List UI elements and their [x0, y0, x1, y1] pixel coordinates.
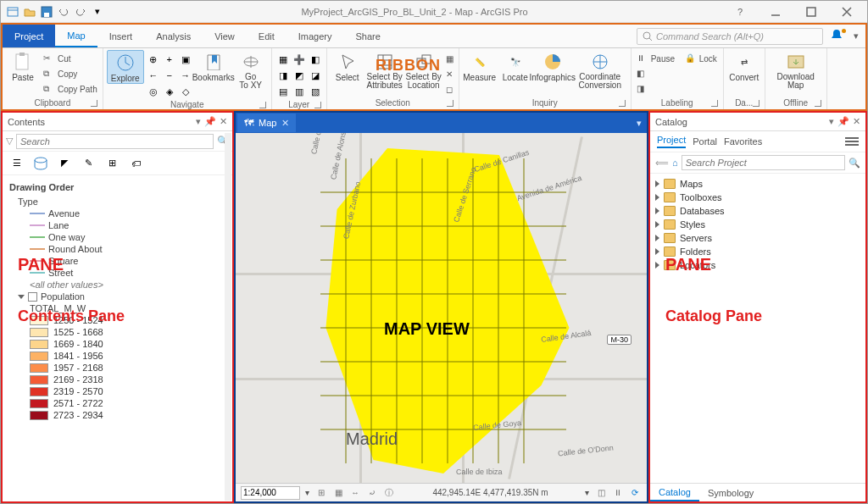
- catalog-tab-favorites[interactable]: Favorites: [724, 136, 762, 147]
- scale-input[interactable]: [241, 486, 300, 500]
- map-tab[interactable]: 🗺 Map ✕: [237, 114, 296, 132]
- list-by-snapping-icon[interactable]: ⊞: [103, 154, 121, 173]
- bottom-tab-catalog[interactable]: Catalog: [650, 484, 699, 501]
- catalog-tab-project[interactable]: Project: [657, 135, 686, 148]
- catalog-item[interactable]: Styles: [655, 218, 860, 231]
- tab-project[interactable]: Project: [3, 25, 55, 47]
- coord-menu-icon[interactable]: ▾: [585, 488, 589, 497]
- legend-item[interactable]: 1250 - 1524: [9, 314, 225, 326]
- correction-icon[interactable]: ⤾: [365, 486, 379, 500]
- tab-insert[interactable]: Insert: [97, 25, 145, 47]
- close-pane-icon[interactable]: ✕: [220, 116, 227, 127]
- legend-item[interactable]: 1525 - 1668: [9, 326, 225, 338]
- pause-draw-icon[interactable]: ⏸: [611, 486, 625, 500]
- list-by-selection-icon[interactable]: ◤: [55, 154, 74, 173]
- selection-gray-icon[interactable]: ◻: [444, 82, 455, 97]
- redo-icon[interactable]: [74, 5, 87, 19]
- add-data-icon[interactable]: ➕: [292, 52, 307, 67]
- labeling-opt3-icon[interactable]: ◨: [635, 82, 720, 97]
- catalog-item[interactable]: Maps: [655, 177, 860, 191]
- layer-tool7-icon[interactable]: ▤: [275, 84, 291, 99]
- bookmarks-button[interactable]: Bookmarks: [195, 50, 232, 82]
- type-item[interactable]: One way: [9, 231, 225, 243]
- legend-item[interactable]: 2571 - 2722: [9, 397, 225, 409]
- signin-icon[interactable]: ▾: [854, 30, 859, 42]
- notifications-icon[interactable]: [830, 28, 847, 45]
- tab-imagery[interactable]: Imagery: [287, 25, 344, 47]
- zoom-selection-icon[interactable]: ▣: [178, 52, 193, 67]
- expand-icon[interactable]: [655, 262, 659, 269]
- grid-icon[interactable]: ▦: [331, 486, 345, 500]
- command-search[interactable]: Command Search (Alt+Q): [637, 28, 823, 45]
- catalog-item[interactable]: Folders: [655, 245, 860, 258]
- copy-path-button[interactable]: ⧉Copy Path: [42, 82, 99, 97]
- select-by-loc-button[interactable]: Select By Location: [405, 50, 442, 90]
- catalog-search-input[interactable]: [682, 155, 845, 170]
- close-pane-icon[interactable]: ✕: [853, 116, 860, 127]
- maximize-button[interactable]: [796, 3, 826, 20]
- legend-item[interactable]: 1841 - 1956: [9, 350, 225, 362]
- snap-icon[interactable]: ⊞: [314, 486, 328, 500]
- selected-features-icon[interactable]: ◫: [594, 486, 608, 500]
- layer-tool5-icon[interactable]: ◩: [292, 68, 307, 83]
- legend-item[interactable]: 1669 - 1840: [9, 338, 225, 350]
- fixed-zoom-out-icon[interactable]: −: [162, 68, 177, 83]
- inference-icon[interactable]: ⓘ: [382, 486, 396, 500]
- tab-edit[interactable]: Edit: [247, 25, 287, 47]
- close-map-tab-icon[interactable]: ✕: [281, 118, 289, 129]
- layer-tool6-icon[interactable]: ◪: [308, 68, 323, 83]
- catalog-item[interactable]: Servers: [655, 231, 860, 245]
- pin-icon[interactable]: 📌: [204, 116, 216, 127]
- download-map-button[interactable]: Download Map: [769, 50, 823, 90]
- layer-tool9-icon[interactable]: ▧: [308, 84, 323, 99]
- legend-item[interactable]: 1957 - 2168: [9, 362, 225, 374]
- coord-conversion-button[interactable]: Coordinate Conversion: [573, 50, 627, 90]
- list-by-source-icon[interactable]: [31, 154, 50, 173]
- scrollbar[interactable]: [225, 133, 231, 501]
- nav-tool-icon[interactable]: ◎: [146, 84, 161, 99]
- legend-item[interactable]: 2169 - 2318: [9, 374, 225, 385]
- basemap-icon[interactable]: ▦: [275, 52, 291, 67]
- explore-button[interactable]: Explore: [107, 50, 144, 84]
- refresh-icon[interactable]: ⟳: [628, 486, 642, 500]
- convert-button[interactable]: ⇄Convert: [727, 50, 761, 82]
- filter-icon[interactable]: ▽: [6, 136, 13, 147]
- catalog-menu-icon[interactable]: [845, 137, 859, 146]
- qat-customize-icon[interactable]: ▾: [91, 5, 104, 19]
- type-item[interactable]: Lane: [9, 219, 225, 231]
- copy-button[interactable]: ⧉Copy: [42, 67, 99, 81]
- save-icon[interactable]: [40, 5, 53, 19]
- close-button[interactable]: [832, 3, 862, 20]
- full-extent-icon[interactable]: ⊕: [146, 52, 161, 67]
- dyn-constraints-icon[interactable]: ↔: [348, 486, 362, 500]
- search-icon[interactable]: 🔍: [849, 158, 860, 169]
- help-icon[interactable]: ?: [725, 3, 755, 20]
- type-item[interactable]: Street: [9, 267, 225, 279]
- open-project-icon[interactable]: [23, 5, 36, 19]
- tab-analysis[interactable]: Analysis: [144, 25, 203, 47]
- dropdown-icon[interactable]: ▾: [829, 116, 834, 127]
- type-layer[interactable]: Type: [9, 196, 225, 208]
- legend-item[interactable]: 2723 - 2934: [9, 409, 225, 421]
- next-extent-icon[interactable]: →: [178, 68, 193, 83]
- labeling-opt2-icon[interactable]: ◧: [635, 67, 720, 81]
- map-tab-menu-icon[interactable]: ▾: [637, 118, 647, 129]
- contents-search-input[interactable]: [16, 134, 214, 149]
- attr-table-icon[interactable]: ▦: [444, 52, 455, 66]
- tab-map[interactable]: Map: [55, 25, 97, 47]
- type-item[interactable]: Square: [9, 255, 225, 267]
- dropdown-icon[interactable]: ▾: [196, 116, 201, 127]
- select-button[interactable]: Select: [331, 50, 364, 82]
- nav-tool2-icon[interactable]: ◈: [162, 84, 177, 99]
- all-other-values[interactable]: <all other values>: [9, 279, 225, 291]
- cut-button[interactable]: ✂Cut: [42, 52, 99, 66]
- prev-extent-icon[interactable]: ←: [146, 68, 161, 83]
- total-m-w-field[interactable]: TOTAL_M_W: [9, 302, 225, 314]
- paste-button[interactable]: Paste: [6, 50, 40, 82]
- catalog-item[interactable]: Locators: [655, 258, 860, 272]
- catalog-item[interactable]: Toolboxes: [655, 191, 860, 204]
- pin-icon[interactable]: 📌: [837, 116, 849, 127]
- expand-icon[interactable]: [655, 194, 659, 201]
- goto-xy-button[interactable]: Go To XY: [234, 50, 268, 90]
- bottom-tab-symbology[interactable]: Symbology: [699, 484, 762, 501]
